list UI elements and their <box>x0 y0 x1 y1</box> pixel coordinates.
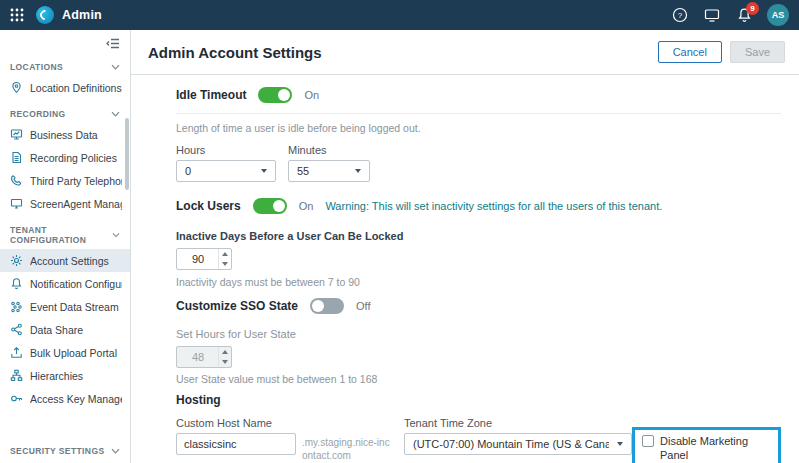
feedback-screen-icon[interactable] <box>703 6 721 24</box>
chevron-down-icon <box>112 232 120 238</box>
custom-host-label: Custom Host Name <box>176 417 390 429</box>
cancel-button[interactable]: Cancel <box>658 41 722 63</box>
help-icon[interactable]: ? <box>671 6 689 24</box>
lock-users-toggle[interactable] <box>253 198 287 214</box>
sidebar-item-account-settings[interactable]: Account Settings <box>0 249 130 272</box>
inactive-days-label: Inactive Days Before a User Can Be Locke… <box>176 230 781 242</box>
sidebar-item-label: Event Data Stream <box>30 301 119 313</box>
sidebar-item-label: ScreenAgent Manager <box>30 198 122 210</box>
topbar: Admin ? 9 AS <box>0 0 799 30</box>
sidebar-section-tenant-configuration[interactable]: TENANT CONFIGURATION <box>0 215 130 249</box>
disable-marketing-checkbox[interactable] <box>642 435 654 447</box>
idle-timeout-label: Idle Timeout <box>176 88 246 102</box>
gear-icon <box>10 254 23 267</box>
hours-label: Hours <box>176 144 288 156</box>
share-icon <box>10 323 23 336</box>
hierarchy-icon <box>10 369 23 382</box>
sidebar-item-event-data-stream[interactable]: Event Data Stream <box>0 295 130 318</box>
sidebar-section-locations[interactable]: LOCATIONS <box>0 52 130 76</box>
minutes-label: Minutes <box>288 144 327 156</box>
stepper-down-icon[interactable] <box>219 259 231 269</box>
avatar[interactable]: AS <box>767 4 789 26</box>
sidebar-item-label: Third Party Telephony <box>30 175 122 187</box>
settings-form: Idle Timeout On Length of time a user is… <box>131 75 799 463</box>
sidebar-item-label: Recording Policies <box>30 152 117 164</box>
sidebar-item-label: Notification Configuration <box>30 278 122 290</box>
chevron-down-icon <box>261 169 267 173</box>
sidebar-section-security-settings[interactable]: SECURITY SETTINGS <box>0 436 130 460</box>
minutes-select[interactable]: 55 <box>288 160 370 182</box>
timezone-value: (UTC-07:00) Mountain Time (US & Canada) <box>413 438 609 450</box>
idle-timeout-help: Length of time a user is idle before bei… <box>176 122 781 134</box>
timezone-select[interactable]: (UTC-07:00) Mountain Time (US & Canada) <box>404 433 632 455</box>
sso-toggle[interactable] <box>310 298 344 314</box>
duration-selects-row: 0 55 <box>176 160 781 182</box>
disable-marketing-label: Disable Marketing Panel <box>660 434 771 463</box>
page-header: Admin Account Settings Cancel Save <box>131 30 799 75</box>
chevron-down-icon <box>617 442 623 446</box>
stepper-down-icon <box>219 357 231 367</box>
user-state-help: User State value must be between 1 to 16… <box>176 373 781 385</box>
sidebar-item-label: Account Settings <box>30 255 109 267</box>
sso-row: Customize SSO State Off <box>176 298 781 314</box>
topbar-actions: ? 9 AS <box>671 4 789 26</box>
document-icon <box>10 151 23 164</box>
sidebar-item-label: Location Definitions <box>30 82 122 94</box>
sidebar-item-hierarchies[interactable]: Hierarchies <box>0 364 130 387</box>
data-stream-icon <box>10 300 23 313</box>
monitor-icon <box>10 197 23 210</box>
stepper-up-icon[interactable] <box>219 249 231 259</box>
minutes-value: 55 <box>297 165 309 177</box>
notification-count-badge: 9 <box>746 2 759 15</box>
app-window: Admin ? 9 AS <box>0 0 799 463</box>
sidebar-item-bulk-upload-portal[interactable]: Bulk Upload Portal <box>0 341 130 364</box>
hours-value: 0 <box>185 165 191 177</box>
svg-text:?: ? <box>678 11 683 20</box>
lock-users-warning: Warning: This will set inactivity settin… <box>325 200 662 212</box>
lock-users-row: Lock Users On Warning: This will set ina… <box>176 198 781 214</box>
main-panel: Admin Account Settings Cancel Save Idle … <box>131 30 799 463</box>
chevron-down-icon <box>111 448 120 454</box>
lock-users-label: Lock Users <box>176 199 241 213</box>
sidebar-item-data-share[interactable]: Data Share <box>0 318 130 341</box>
sidebar-item-access-key-manager[interactable]: Access Key Manager <box>0 387 130 410</box>
sidebar-section-label: SECURITY SETTINGS <box>10 446 105 456</box>
sidebar-item-business-data[interactable]: Business Data <box>0 123 130 146</box>
sidebar-section-label: RECORDING <box>10 109 66 119</box>
sidebar-item-recording-policies[interactable]: Recording Policies <box>0 146 130 169</box>
hours-select[interactable]: 0 <box>176 160 276 182</box>
duration-labels-row: Hours Minutes <box>176 144 781 156</box>
sidebar: LOCATIONS Location Definitions RECORDING <box>0 30 131 463</box>
custom-host-input[interactable] <box>176 433 296 455</box>
sidebar-item-notification-configuration[interactable]: Notification Configuration <box>0 272 130 295</box>
user-state-stepper <box>176 346 232 368</box>
bell-icon <box>10 277 23 290</box>
chevron-down-icon <box>355 169 361 173</box>
sidebar-item-third-party-telephony[interactable]: Third Party Telephony <box>0 169 130 192</box>
app-launcher-icon[interactable] <box>10 8 24 22</box>
telephony-icon <box>10 174 23 187</box>
sso-label: Customize SSO State <box>176 299 298 313</box>
inactive-days-stepper[interactable] <box>176 248 232 270</box>
key-icon <box>10 392 23 405</box>
user-state-label: Set Hours for User State <box>176 328 781 340</box>
sidebar-item-screenagent-manager[interactable]: ScreenAgent Manager <box>0 192 130 215</box>
sidebar-item-label: Hierarchies <box>30 370 83 382</box>
sidebar-section-recording[interactable]: RECORDING <box>0 99 130 123</box>
idle-timeout-toggle[interactable] <box>258 87 292 103</box>
sidebar-collapse-icon[interactable] <box>106 37 120 50</box>
upload-icon <box>10 346 23 359</box>
save-button[interactable]: Save <box>730 41 785 63</box>
sidebar-item-location-definitions[interactable]: Location Definitions <box>0 76 130 99</box>
hosting-row: Custom Host Name .my.staging.nice-incont… <box>176 417 781 463</box>
timezone-label: Tenant Time Zone <box>404 417 632 429</box>
sidebar-scrollbar[interactable] <box>125 118 129 190</box>
lock-users-state: On <box>299 200 314 212</box>
business-data-icon <box>10 128 23 141</box>
stepper-up-icon <box>219 347 231 357</box>
sidebar-item-label: Access Key Manager <box>30 393 122 405</box>
notifications-bell-icon[interactable]: 9 <box>735 6 753 24</box>
divider <box>176 113 781 114</box>
chevron-down-icon <box>111 111 120 117</box>
page-title: Admin Account Settings <box>148 44 322 61</box>
